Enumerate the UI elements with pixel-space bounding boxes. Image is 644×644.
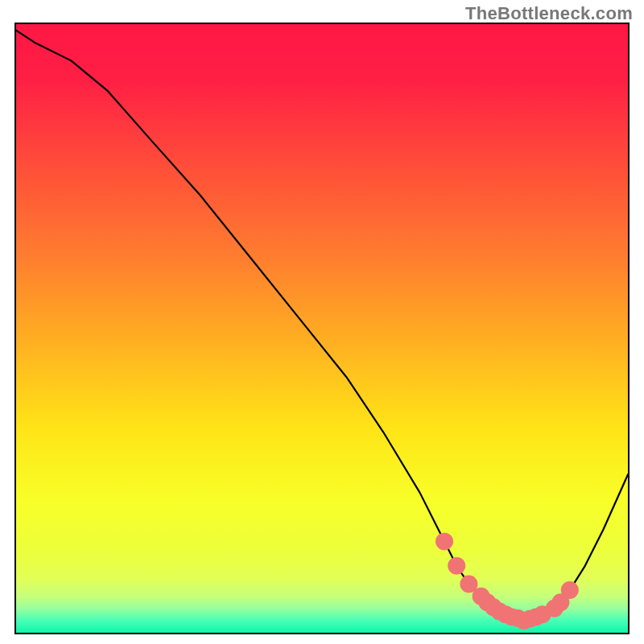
bottleneck-curve xyxy=(16,31,628,621)
watermark-text: TheBottleneck.com xyxy=(465,3,633,24)
highlight-dots-group xyxy=(439,535,576,626)
highlight-dot xyxy=(451,560,462,572)
highlight-dot xyxy=(439,535,450,547)
highlight-dot xyxy=(555,597,566,608)
highlight-dot xyxy=(564,584,576,596)
curve-layer xyxy=(16,24,628,633)
highlight-dot xyxy=(463,578,474,589)
chart-container: TheBottleneck.com xyxy=(0,0,644,644)
plot-area xyxy=(14,23,630,634)
